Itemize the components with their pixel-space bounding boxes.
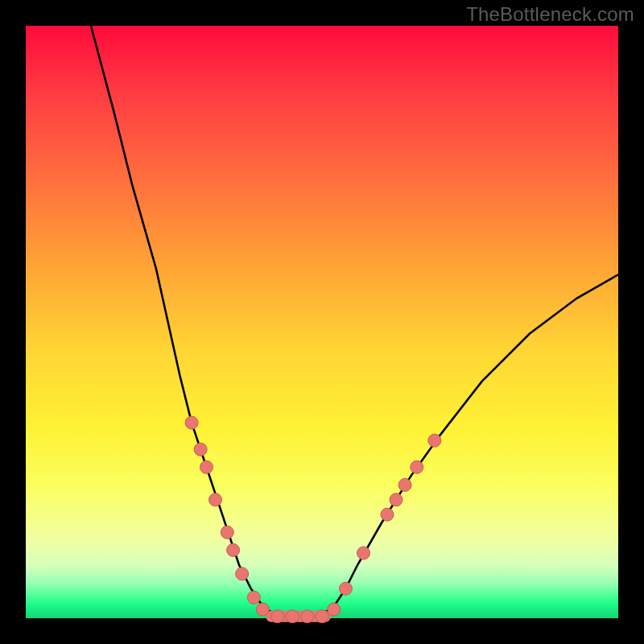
data-marker xyxy=(381,508,394,521)
data-marker xyxy=(247,591,260,604)
chart-container: TheBottleneck.com xyxy=(0,0,644,644)
curve-canvas xyxy=(26,26,618,618)
data-marker xyxy=(221,526,233,539)
data-marker xyxy=(271,610,284,623)
data-marker xyxy=(390,493,402,506)
data-marker xyxy=(328,603,341,616)
data-marker xyxy=(428,434,441,447)
data-marker xyxy=(398,478,411,491)
data-marker xyxy=(236,568,249,580)
data-marker xyxy=(339,582,352,595)
data-marker xyxy=(286,610,299,623)
data-marker xyxy=(194,443,207,456)
data-marker xyxy=(301,610,314,623)
data-marker xyxy=(185,416,198,429)
bottleneck-curve xyxy=(91,26,618,618)
curve-line xyxy=(91,26,618,618)
data-marker xyxy=(411,460,423,473)
data-marker xyxy=(200,460,213,473)
data-marker xyxy=(227,543,240,556)
plot-area xyxy=(26,26,618,618)
data-marker xyxy=(256,603,269,616)
data-marker xyxy=(357,547,370,559)
data-marker xyxy=(316,610,328,623)
data-marker xyxy=(209,493,222,506)
watermark-label: TheBottleneck.com xyxy=(466,3,634,26)
